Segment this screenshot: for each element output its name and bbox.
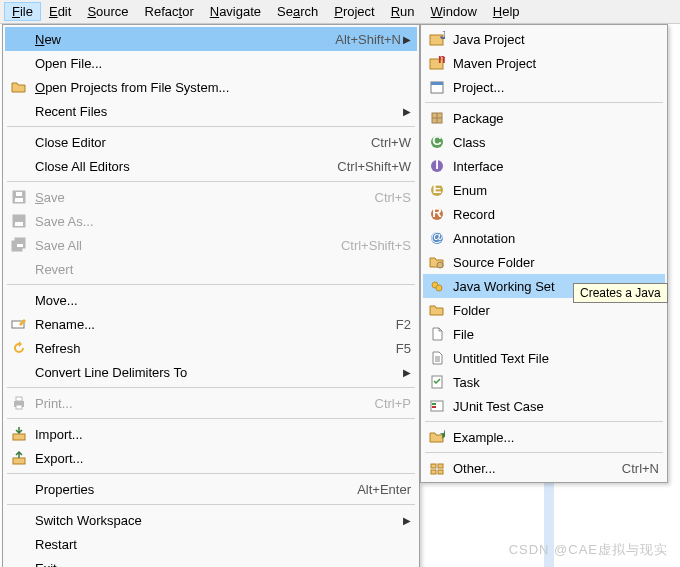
menu-item-shortcut: Alt+Enter (357, 482, 411, 497)
new-package[interactable]: Package (423, 106, 665, 130)
menubar-item-file[interactable]: File (4, 2, 41, 21)
menu-item-shortcut: Ctrl+Shift+S (341, 238, 411, 253)
file-import[interactable]: Import... (5, 422, 417, 446)
file-switch-workspace[interactable]: Switch Workspace▶ (5, 508, 417, 532)
new-task[interactable]: Task (423, 370, 665, 394)
menu-item-label: Package (453, 111, 659, 126)
svg-rect-19 (431, 82, 443, 85)
save-as-icon (9, 213, 29, 229)
menubar-item-refactor[interactable]: Refactor (137, 2, 202, 21)
menu-item-label: Revert (35, 262, 411, 277)
file-properties[interactable]: PropertiesAlt+Enter (5, 477, 417, 501)
menu-item-label: Move... (35, 293, 411, 308)
new-file[interactable]: File (423, 322, 665, 346)
menu-item-label: Folder (453, 303, 659, 318)
svg-point-35 (436, 285, 442, 291)
svg-rect-42 (432, 406, 436, 408)
menu-item-shortcut: Ctrl+S (375, 190, 411, 205)
menu-item-label: Close All Editors (35, 159, 317, 174)
record-icon: R (427, 206, 447, 222)
new-source-folder[interactable]: Source Folder (423, 250, 665, 274)
file-save: SaveCtrl+S (5, 185, 417, 209)
new-other[interactable]: Other...Ctrl+N (423, 456, 665, 480)
menubar-item-source[interactable]: Source (79, 2, 136, 21)
menu-item-label: Import... (35, 427, 411, 442)
file-restart[interactable]: Restart (5, 532, 417, 556)
menu-item-label: New (35, 32, 315, 47)
menu-item-label: Properties (35, 482, 337, 497)
menu-item-label: Save As... (35, 214, 411, 229)
file-separator (7, 387, 415, 388)
file-refresh[interactable]: RefreshF5 (5, 336, 417, 360)
watermark: CSDN @CAE虚拟与现实 (509, 541, 668, 559)
working-set-icon (427, 278, 447, 294)
menu-item-label: Enum (453, 183, 659, 198)
svg-text:@: @ (430, 230, 443, 244)
file-open-projects-from-file-system[interactable]: Open Projects from File System... (5, 75, 417, 99)
save-all-icon (9, 237, 29, 253)
menubar-item-project[interactable]: Project (326, 2, 382, 21)
new-junit-test-case[interactable]: JUnit Test Case (423, 394, 665, 418)
blank-icon (9, 292, 29, 308)
menubar-item-navigate[interactable]: Navigate (202, 2, 269, 21)
file-rename[interactable]: Rename...F2 (5, 312, 417, 336)
file-separator (7, 418, 415, 419)
new-separator (425, 421, 663, 422)
new-java-project[interactable]: JJava Project (423, 27, 665, 51)
svg-rect-10 (16, 397, 22, 401)
new-interface[interactable]: IInterface (423, 154, 665, 178)
new-submenu: JJava ProjectmMaven ProjectProject...Pac… (420, 24, 668, 483)
menu-item-label: Open File... (35, 56, 411, 71)
example-icon: ★ (427, 429, 447, 445)
file-new[interactable]: NewAlt+Shift+N▶ (5, 27, 417, 51)
submenu-arrow-icon: ▶ (401, 106, 411, 117)
interface-icon: I (427, 158, 447, 174)
blank-icon (9, 512, 29, 528)
svg-text:C: C (432, 134, 442, 148)
new-project[interactable]: Project... (423, 75, 665, 99)
blank-icon (9, 560, 29, 567)
menubar-item-help[interactable]: Help (485, 2, 528, 21)
menu-item-label: Save All (35, 238, 321, 253)
menu-item-label: Recent Files (35, 104, 401, 119)
folder-icon (427, 302, 447, 318)
menubar-item-window[interactable]: Window (423, 2, 485, 21)
menu-item-label: JUnit Test Case (453, 399, 659, 414)
file-close-editor[interactable]: Close EditorCtrl+W (5, 130, 417, 154)
file-exit[interactable]: Exit (5, 556, 417, 567)
menubar-item-search[interactable]: Search (269, 2, 326, 21)
menu-item-label: Project... (453, 80, 659, 95)
menubar-item-run[interactable]: Run (383, 2, 423, 21)
menubar-item-edit[interactable]: Edit (41, 2, 79, 21)
file-export[interactable]: Export... (5, 446, 417, 470)
menu-item-label: Convert Line Delimiters To (35, 365, 401, 380)
blank-icon (9, 481, 29, 497)
file-print: Print...Ctrl+P (5, 391, 417, 415)
new-enum[interactable]: EEnum (423, 178, 665, 202)
new-untitled-text-file[interactable]: Untitled Text File (423, 346, 665, 370)
file-recent-files[interactable]: Recent Files▶ (5, 99, 417, 123)
blank-icon (9, 31, 29, 47)
new-annotation[interactable]: @Annotation (423, 226, 665, 250)
file-close-all-editors[interactable]: Close All EditorsCtrl+Shift+W (5, 154, 417, 178)
file-move[interactable]: Move... (5, 288, 417, 312)
new-record[interactable]: RRecord (423, 202, 665, 226)
svg-text:E: E (433, 182, 442, 196)
menu-item-label: Close Editor (35, 135, 351, 150)
export-icon (9, 450, 29, 466)
file-open-file[interactable]: Open File... (5, 51, 417, 75)
menu-item-label: Source Folder (453, 255, 659, 270)
menu-item-label: Class (453, 135, 659, 150)
blank-icon (9, 364, 29, 380)
file-separator (7, 504, 415, 505)
file-menu: NewAlt+Shift+N▶Open File...Open Projects… (2, 24, 420, 567)
menu-item-label: Open Projects from File System... (35, 80, 411, 95)
refresh-icon (9, 340, 29, 356)
menu-item-label: Record (453, 207, 659, 222)
new-class[interactable]: CClass (423, 130, 665, 154)
menu-item-shortcut: Ctrl+P (375, 396, 411, 411)
new-example[interactable]: ★Example... (423, 425, 665, 449)
new-maven-project[interactable]: mMaven Project (423, 51, 665, 75)
file-separator (7, 473, 415, 474)
file-convert-line-delimiters-to[interactable]: Convert Line Delimiters To▶ (5, 360, 417, 384)
